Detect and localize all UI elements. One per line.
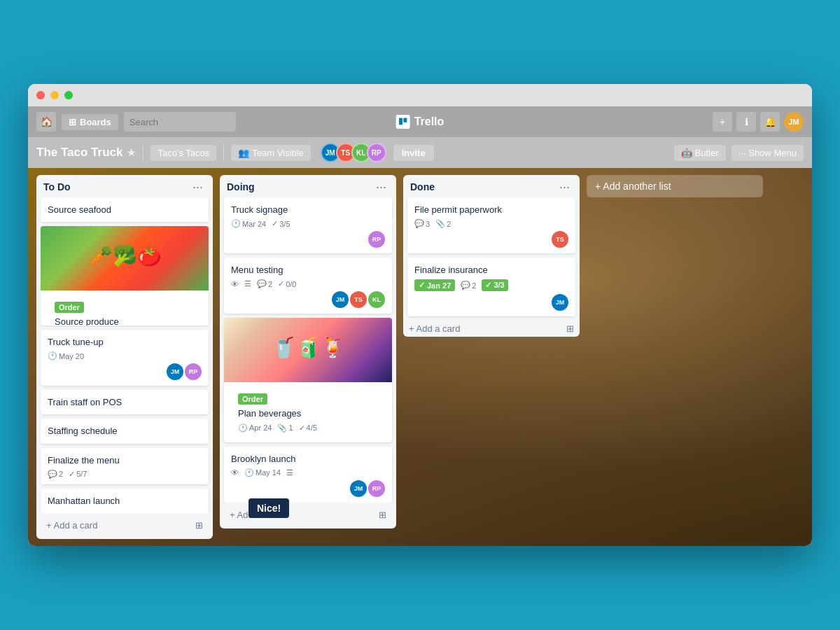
- date-meta: 🕐 May 14: [244, 468, 281, 477]
- checklist-meta: ✓ 3/5: [272, 219, 290, 228]
- card-brooklyn-launch[interactable]: Brooklyn launch 👁 🕐 May 14 ☰: [224, 447, 392, 503]
- list-menu-button-done[interactable]: ···: [556, 181, 573, 193]
- notifications-button[interactable]: 🔔: [760, 112, 780, 132]
- list-footer-todo: + Add a card ⊞: [36, 513, 213, 539]
- watch-meta: 👁: [231, 468, 239, 477]
- card-truck-signage[interactable]: Truck signage 🕐 Mar 24 ✓ 3/5: [224, 197, 392, 253]
- tacos-tab[interactable]: Taco's Tacos: [150, 145, 216, 161]
- card-train-staff[interactable]: Train staff on POS: [41, 390, 209, 414]
- show-menu-button[interactable]: ··· Show Menu: [732, 145, 804, 161]
- board-content: To Do ··· Source seafood 🥕🥦🍅 Orde: [28, 168, 812, 546]
- info-button[interactable]: ℹ: [736, 112, 756, 132]
- card-title: Staffing schedule: [48, 426, 118, 436]
- card-title: File permit paperwork: [414, 204, 502, 215]
- board-title: The Taco Truck ★: [36, 146, 136, 160]
- check-icon: ✓: [69, 470, 75, 479]
- card-meta: ✓ Jan 27 💬 2 ✓ 3/3: [414, 279, 568, 291]
- card-avatar: RP: [185, 363, 202, 380]
- card-avatar: KL: [368, 291, 385, 308]
- card-plan-beverages[interactable]: 🥤🧃🍹 Order Plan beverages 🕐 Apr 24: [224, 318, 392, 442]
- card-meta: 👁 🕐 May 14 ☰: [231, 468, 385, 477]
- card-source-produce[interactable]: 🥕🥦🍅 Order Source produce 🕐 Apr 24: [41, 226, 209, 326]
- order-badge: Order: [55, 302, 84, 313]
- add-card-inline-done[interactable]: + Add a card ⊞: [407, 321, 575, 337]
- card-staffing-schedule[interactable]: Staffing schedule: [41, 419, 209, 443]
- card-manhattan-launch[interactable]: Manhattan launch: [41, 489, 209, 513]
- card-avatar: RP: [368, 231, 385, 248]
- list-footer-doing: + Add a card ⊞: [220, 503, 396, 528]
- list-menu-button-todo[interactable]: ···: [190, 181, 206, 193]
- list-header-done: Done ···: [403, 175, 580, 197]
- card-title: Truck tune-up: [48, 337, 104, 347]
- add-card-button-todo[interactable]: + Add a card ⊞: [41, 516, 209, 535]
- maximize-dot[interactable]: [64, 91, 73, 99]
- header-right: + ℹ 🔔 JM: [713, 112, 804, 132]
- clock-icon: 🕐: [48, 351, 57, 360]
- board-header: The Taco Truck ★ Taco's Tacos 👥 Team Vis…: [28, 137, 812, 168]
- app-header: 🏠 ⊞ Boards Trello + ℹ 🔔 JM: [28, 106, 812, 137]
- minimize-dot[interactable]: [50, 91, 59, 99]
- card-meta: 💬 2 ✓ 5/7: [48, 470, 202, 479]
- date-badge-green: ✓ Jan 27: [414, 279, 455, 291]
- date-meta: 🕐 May 20: [48, 351, 84, 360]
- list-title-todo: To Do: [43, 181, 71, 192]
- card-avatar: JM: [167, 363, 183, 380]
- list-menu-button-doing[interactable]: ···: [373, 181, 389, 193]
- add-button[interactable]: +: [713, 112, 732, 132]
- star-icon[interactable]: ★: [127, 147, 136, 158]
- check-icon: ✓: [299, 424, 305, 433]
- card-finalize-menu[interactable]: Finalize the menu 💬 2 ✓ 5/7: [41, 448, 209, 484]
- card-avatars: JM RP: [231, 480, 385, 497]
- divider2: [223, 144, 224, 161]
- checklist-meta: ✓ 5/7: [69, 470, 87, 479]
- card-menu-testing[interactable]: Menu testing 👁 ☰ 💬 2: [224, 258, 392, 314]
- butler-button[interactable]: 🤖 Butler: [674, 145, 726, 161]
- card-truck-tuneup[interactable]: Truck tune-up 🕐 May 20 JM RP: [41, 330, 209, 386]
- card-avatar: JM: [332, 291, 349, 308]
- boards-button[interactable]: ⊞ Boards: [62, 114, 118, 130]
- eye-icon: 👁: [231, 468, 239, 477]
- close-dot[interactable]: [36, 91, 45, 99]
- team-visible-button[interactable]: 👥 Team Visible: [231, 145, 310, 161]
- attachment-meta: 📎 2: [435, 219, 451, 228]
- list-body-todo: Source seafood 🥕🥦🍅 Order Source produce: [36, 197, 213, 513]
- desc-meta: ☰: [286, 468, 293, 477]
- search-input[interactable]: [124, 112, 236, 132]
- card-meta: 🕐 Apr 24 📎 1 ✓ 4/5: [238, 424, 378, 433]
- card-avatars: JM TS KL: [231, 291, 385, 308]
- comments-meta: 💬 2: [257, 279, 272, 288]
- drinks-image-content: 🥤🧃🍹: [224, 318, 392, 382]
- text-icon: ☰: [286, 468, 293, 477]
- add-another-list-button[interactable]: + Add another list: [587, 175, 763, 197]
- card-finalize-insurance[interactable]: Finalize insurance ✓ Jan 27 💬 2 ✓ 3/3: [407, 258, 575, 316]
- card-title: Finalize the menu: [48, 455, 120, 465]
- list-done: Done ··· File permit paperwork 💬 3: [403, 175, 580, 337]
- card-file-permit[interactable]: File permit paperwork 💬 3 📎 2: [407, 197, 575, 253]
- card-image-veggie: 🥕🥦🍅: [41, 226, 209, 290]
- card-template-icon: ⊞: [379, 510, 386, 520]
- comments-meta: 💬 3: [414, 219, 430, 228]
- desc-meta: ☰: [244, 279, 251, 288]
- member-avatar[interactable]: RP: [367, 143, 386, 162]
- card-image-drinks: 🥤🧃🍹: [224, 318, 392, 382]
- member-avatars: JM TS KL RP: [321, 143, 386, 162]
- user-avatar[interactable]: JM: [784, 112, 804, 132]
- invite-button[interactable]: Invite: [393, 145, 434, 161]
- boards-label: Boards: [80, 117, 111, 127]
- card-title: Menu testing: [231, 265, 283, 275]
- home-button[interactable]: 🏠: [36, 112, 56, 132]
- checklist-meta: ✓ 4/5: [299, 424, 317, 433]
- card-title: Brooklyn launch: [231, 454, 296, 464]
- attachment-meta: 📎 1: [277, 424, 293, 433]
- card-avatar: JM: [552, 294, 568, 311]
- watch-meta: 👁: [231, 280, 239, 288]
- paperclip-icon: 📎: [277, 424, 287, 433]
- card-template-icon: ⊞: [195, 520, 203, 531]
- card-source-seafood[interactable]: Source seafood: [41, 197, 209, 222]
- card-title: Source produce: [55, 316, 195, 326]
- card-avatar: RP: [368, 480, 385, 497]
- card-title: Source seafood: [48, 204, 111, 215]
- card-avatar: JM: [350, 480, 367, 497]
- card-avatars: RP: [231, 231, 385, 248]
- title-bar: [28, 84, 812, 106]
